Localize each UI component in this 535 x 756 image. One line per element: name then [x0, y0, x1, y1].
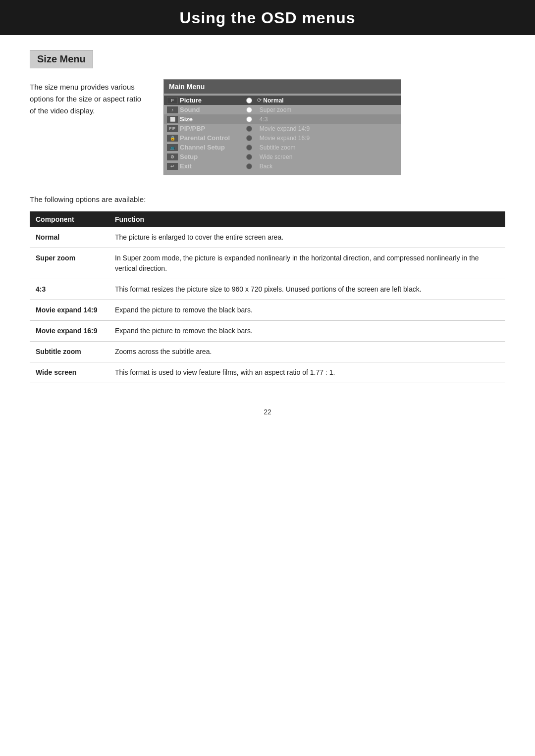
table-header-row: Component Function	[30, 211, 505, 227]
intro-and-menu-container: The size menu provides various options f…	[30, 79, 505, 175]
size-icon: ⬜	[167, 116, 178, 123]
table-cell-function: Expand the picture to remove the black b…	[109, 321, 505, 342]
osd-bullet-size	[246, 116, 252, 122]
osd-bullet-picture	[246, 98, 252, 103]
osd-option-43: 4:3	[256, 116, 268, 123]
osd-bullet-exit	[246, 163, 252, 169]
osd-label-pip: PIP/PBP	[180, 125, 244, 132]
osd-option-widescreen: Wide screen	[256, 153, 292, 160]
options-table: Component Function NormalThe picture is …	[30, 211, 505, 383]
osd-menu-row-exit: ↩ Exit Back	[164, 161, 401, 171]
osd-row-left-picture: P Picture	[167, 97, 246, 104]
osd-row-right-sound: Super zoom	[246, 106, 398, 113]
osd-row-right-parental: Movie expand 16:9	[246, 135, 398, 142]
table-cell-component: Wide screen	[30, 362, 109, 383]
osd-label-channel: Channel Setup	[180, 144, 244, 151]
osd-menu-row-pip: PIP PIP/PBP Movie expand 14:9	[164, 124, 401, 133]
table-row: NormalThe picture is enlarged to cover t…	[30, 227, 505, 248]
table-cell-function: Expand the picture to remove the black b…	[109, 300, 505, 321]
osd-option-subtitlezoom: Subtitle zoom	[256, 144, 295, 151]
osd-label-setup: Setup	[180, 153, 244, 160]
channel-icon: 📺	[167, 144, 178, 151]
table-cell-function: Zooms across the subtitle area.	[109, 342, 505, 362]
table-cell-component: Movie expand 16:9	[30, 321, 109, 342]
osd-row-left-channel: 📺 Channel Setup	[167, 144, 246, 151]
parental-icon: 🔒	[167, 135, 178, 142]
osd-option-superzoom: Super zoom	[256, 106, 291, 113]
table-header-function: Function	[109, 211, 505, 227]
table-row: Movie expand 16:9Expand the picture to r…	[30, 321, 505, 342]
table-cell-function: In Super zoom mode, the picture is expan…	[109, 248, 505, 279]
osd-menu-row-size: ⬜ Size 4:3	[164, 114, 401, 124]
table-cell-component: Super zoom	[30, 248, 109, 279]
osd-menu-row-picture: P Picture ⟳ Normal	[164, 96, 401, 105]
pip-icon: PIP	[167, 125, 178, 132]
osd-menu-rows: P Picture ⟳ Normal ♪ Sound	[164, 94, 401, 175]
osd-row-left-setup: ⚙ Setup	[167, 153, 246, 160]
table-row: Subtitle zoomZooms across the subtitle a…	[30, 342, 505, 362]
table-row: Wide screenThis format is used to view f…	[30, 362, 505, 383]
osd-menu-title: Main Menu	[164, 80, 401, 94]
osd-bullet-setup	[246, 154, 252, 160]
osd-row-left-size: ⬜ Size	[167, 115, 246, 123]
osd-menu-row-sound: ♪ Sound Super zoom	[164, 105, 401, 114]
table-row: Movie expand 14:9Expand the picture to r…	[30, 300, 505, 321]
table-cell-component: Normal	[30, 227, 109, 248]
osd-bullet-channel	[246, 145, 252, 151]
osd-row-right-pip: Movie expand 14:9	[246, 125, 398, 132]
osd-label-parental: Parental Control	[180, 134, 244, 142]
osd-row-left-pip: PIP PIP/PBP	[167, 125, 246, 132]
osd-bullet-pip	[246, 126, 252, 132]
sound-icon: ♪	[167, 106, 178, 113]
osd-label-exit: Exit	[180, 162, 244, 170]
table-cell-component: Movie expand 14:9	[30, 300, 109, 321]
table-row: Super zoomIn Super zoom mode, the pictur…	[30, 248, 505, 279]
page-number: 22	[0, 408, 535, 416]
osd-row-right-picture: ⟳ Normal	[246, 97, 398, 104]
setup-icon: ⚙	[167, 153, 178, 160]
osd-row-left-exit: ↩ Exit	[167, 162, 246, 170]
osd-bullet-sound	[246, 107, 252, 113]
section-heading: Size Menu	[30, 50, 93, 68]
picture-icon: P	[167, 97, 178, 104]
osd-option-movie169: Movie expand 16:9	[256, 135, 310, 142]
osd-row-right-exit: Back	[246, 163, 398, 170]
following-options-label: The following options are available:	[30, 195, 505, 203]
page-title: Using the OSD menus	[0, 9, 535, 27]
arrows-icon: ⟳	[257, 97, 262, 103]
osd-menu: Main Menu P Picture ⟳ Normal	[163, 79, 401, 175]
osd-row-right-setup: Wide screen	[246, 153, 398, 160]
table-cell-component: Subtitle zoom	[30, 342, 109, 362]
osd-row-left-parental: 🔒 Parental Control	[167, 134, 246, 142]
table-cell-function: The picture is enlarged to cover the ent…	[109, 227, 505, 248]
osd-row-right-channel: Subtitle zoom	[246, 144, 398, 151]
osd-label-size: Size	[180, 115, 244, 123]
table-header-component: Component	[30, 211, 109, 227]
table-cell-component: 4:3	[30, 279, 109, 300]
table-cell-function: This format resizes the picture size to …	[109, 279, 505, 300]
table-cell-function: This format is used to view feature film…	[109, 362, 505, 383]
osd-option-back: Back	[256, 163, 272, 170]
osd-row-left-sound: ♪ Sound	[167, 106, 246, 113]
page-title-bar: Using the OSD menus	[0, 0, 535, 35]
table-row: 4:3This format resizes the picture size …	[30, 279, 505, 300]
osd-bullet-parental	[246, 135, 252, 141]
osd-option-normal: Normal	[262, 97, 284, 104]
osd-menu-row-setup: ⚙ Setup Wide screen	[164, 152, 401, 161]
exit-icon: ↩	[167, 163, 178, 170]
intro-text: The size menu provides various options f…	[30, 79, 144, 117]
osd-menu-row-channel: 📺 Channel Setup Subtitle zoom	[164, 143, 401, 152]
osd-row-right-size: 4:3	[246, 116, 398, 123]
content-area: Size Menu The size menu provides various…	[0, 50, 535, 383]
osd-option-movie149: Movie expand 14:9	[256, 125, 310, 132]
osd-label-picture: Picture	[180, 97, 244, 104]
osd-menu-row-parental: 🔒 Parental Control Movie expand 16:9	[164, 133, 401, 143]
osd-label-sound: Sound	[180, 106, 244, 113]
